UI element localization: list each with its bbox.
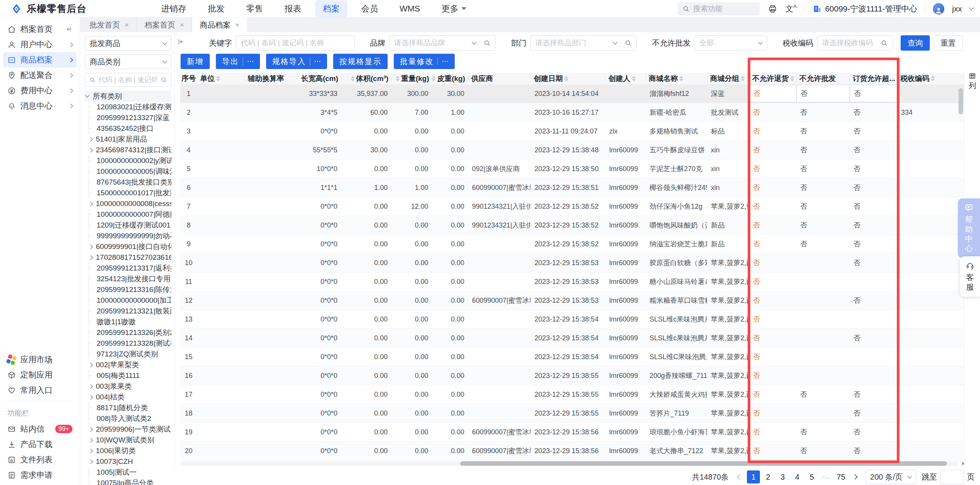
table-row-4[interactable]: 455*55*530.000.000.002023-12-29 15:38:48… <box>180 141 964 160</box>
column-header-体积(cm³)[interactable]: 体积(cm³) <box>341 73 391 84</box>
tree-item[interactable]: 1005|测试一 <box>89 467 171 478</box>
tree-item[interactable]: 10000000000002|y测试类... <box>89 155 171 166</box>
page-button-5[interactable]: 5 <box>805 470 818 483</box>
tree-item[interactable]: 4356352452|接口 <box>89 123 171 134</box>
sidebar-item-配送聚合[interactable]: 配送聚合 <box>3 68 77 83</box>
table-row-5[interactable]: 510*0*00.000.000.00092|滚单供应商2023-12-29 1… <box>180 160 964 178</box>
tree-item[interactable]: 003|浆果类 <box>89 381 171 392</box>
sidebar-item-应用市场[interactable]: 应用市场 <box>3 352 77 367</box>
table-row-3[interactable]: 30*0*00.000.000.002023-11-11 09:24:07zlx… <box>180 122 964 141</box>
search-icon[interactable] <box>880 39 888 47</box>
nav-item-更多[interactable]: 更多 <box>434 0 474 17</box>
sidebar-item-费用中心[interactable]: 费用中心 <box>3 83 77 98</box>
table-row-1[interactable]: 133*33*3335,937.00300.0030.002023-10-14 … <box>180 84 964 103</box>
table-row-6[interactable]: 61*1*11.001.000.00600990007|蜜雪冰城2023-12-… <box>180 178 964 197</box>
sort-icon[interactable] <box>351 76 355 81</box>
table-row-13[interactable]: 130*0*00.000.000.002023-12-29 15:38:54lm… <box>180 310 964 329</box>
customer-service-widget[interactable]: 客服 <box>960 256 980 297</box>
tree-item[interactable]: 120983021|迁移缓存测试 <box>89 102 171 112</box>
prev-page-icon[interactable] <box>737 474 742 480</box>
dept-select[interactable]: 请选择商品部门 <box>530 35 637 51</box>
nav-item-零售[interactable]: 零售 <box>238 0 271 17</box>
tree-item[interactable]: 6009999901|接口自动化分... <box>89 241 171 252</box>
tree-item[interactable]: 1209|迁移缓存测试001 <box>89 220 171 231</box>
sort-icon[interactable] <box>679 76 683 81</box>
sidebar-item-站内信[interactable]: 站内信99+ <box>3 421 77 437</box>
table-row-12[interactable]: 120*0*00.000.000.00600990007|蜜雪冰城2023-12… <box>180 291 964 310</box>
table-row-18[interactable]: 180*0*00.000.000.002023-12-29 15:38:55lm… <box>180 404 964 423</box>
tree-item[interactable]: 20959991213321|散装面包... <box>89 306 171 317</box>
tree-item[interactable]: 10000000000005|调味汁 <box>89 166 171 177</box>
more-icon[interactable]: ⋯ <box>314 57 321 66</box>
column-header-商城名称[interactable]: 商城名称 <box>646 73 707 84</box>
table-row-16[interactable]: 160*0*00.000.000.002023-12-29 15:38:55lm… <box>180 366 964 385</box>
toolbar-button-按规格显示[interactable]: 按规格显示 <box>333 54 388 69</box>
column-header-订货允许超...[interactable]: 订货允许超... <box>850 73 897 84</box>
page-button-75[interactable]: 75 <box>834 470 847 483</box>
more-icon[interactable]: ⋯ <box>442 57 449 66</box>
sort-icon[interactable] <box>396 76 400 81</box>
close-icon[interactable]: × <box>180 21 184 29</box>
tree-item[interactable]: 10075|lq商品分类 <box>89 478 171 485</box>
tree-item[interactable]: 004|桔类 <box>89 392 171 403</box>
table-row-14[interactable]: 140*0*00.000.000.002023-12-29 15:38:54lm… <box>180 329 964 348</box>
column-header-重量(kg)[interactable]: 重量(kg) <box>391 73 432 84</box>
sidebar-item-商品档案[interactable]: 商品档案 <box>3 52 77 68</box>
sidebar-item-文件列表[interactable]: 文件列表 <box>3 452 77 467</box>
category-mode-select[interactable]: 商品类别 <box>85 54 171 69</box>
tree-item[interactable]: 1006|果切类 <box>89 445 171 456</box>
sidebar-item-用户中心[interactable]: 用户中心 <box>3 37 77 52</box>
tree-item[interactable]: 87675643|批发接口类别 <box>89 177 171 188</box>
tab-批发首页[interactable]: 批发首页× <box>82 18 137 32</box>
tree-item[interactable]: 嗷嗷1|1嗷嗷 <box>89 317 171 327</box>
column-header-皮重(kg)[interactable]: 皮重(kg) <box>432 73 468 84</box>
column-header-创建日期[interactable]: 创建日期 <box>531 73 605 84</box>
close-icon[interactable]: × <box>235 21 239 29</box>
table-row-11[interactable]: 110*0*00.000.000.002023-12-29 15:38:53lm… <box>180 272 964 291</box>
tree-item[interactable]: 51401|家居用品 <box>89 134 171 145</box>
sidebar-item-常用入口[interactable]: 常用入口 <box>3 383 77 398</box>
column-header-不允许退货[interactable]: 不允许退货 <box>749 73 796 84</box>
tree-item[interactable]: 10000000000007|阿德撒... <box>89 209 171 220</box>
sort-icon[interactable] <box>564 76 568 81</box>
toolbar-button-导出[interactable]: 导出⋯ <box>216 54 260 69</box>
search-icon[interactable] <box>160 76 167 83</box>
tree-item[interactable]: 20959991213327|深蓝 <box>89 112 171 123</box>
column-header-辅助换算率[interactable]: 辅助换算率 <box>245 73 285 84</box>
table-row-10[interactable]: 100*0*00.000.000.002023-12-29 15:38:53lm… <box>180 254 964 272</box>
table-row-7[interactable]: 70*0*00.0012.000.009901234321|入驻供应商2023-… <box>180 197 964 216</box>
tree-item[interactable]: 99999999999999|勿动石家... <box>89 231 171 241</box>
chevron-down-icon[interactable] <box>969 5 974 10</box>
keyword-input[interactable]: 代码 | 条码 | 速记码 | 名称 <box>236 35 355 51</box>
tab-商品档案[interactable]: 商品档案× <box>192 18 247 32</box>
tree-item[interactable]: 20959991213328|测试补货 <box>89 338 171 349</box>
sort-icon[interactable] <box>632 76 636 81</box>
toolbar-button-规格导入[interactable]: 规格导入⋯ <box>266 54 327 69</box>
page-button-2[interactable]: 2 <box>761 470 774 483</box>
next-page-icon[interactable] <box>852 474 857 480</box>
sort-icon[interactable] <box>931 76 935 81</box>
nav-item-进销存[interactable]: 进销存 <box>153 0 194 17</box>
tree-item[interactable]: 002|苹果梨类 <box>89 360 171 370</box>
search-icon[interactable] <box>483 39 491 47</box>
page-button-1[interactable]: 1 <box>747 470 760 483</box>
sidebar-item-定制应用[interactable]: 定制应用 <box>3 367 77 383</box>
nav-item-批发[interactable]: 批发 <box>200 0 232 17</box>
tree-item[interactable]: 10073|CZH <box>89 456 171 467</box>
scroll-right-arrow-icon[interactable] <box>962 462 965 465</box>
horizontal-scrollbar[interactable] <box>180 461 959 466</box>
tree-item[interactable]: 97123|ZQ测试类别 <box>89 349 171 360</box>
tax-code-input[interactable]: 请选择税收编码 <box>817 35 893 51</box>
column-header-单位[interactable]: 单位 <box>197 73 245 84</box>
toolbar-button-新增[interactable]: 新增 <box>181 54 210 69</box>
tree-item[interactable]: 005|梅类1111 <box>89 370 171 381</box>
nav-item-会员[interactable]: 会员 <box>354 0 386 17</box>
jump-page-input[interactable] <box>940 470 964 484</box>
column-settings-button[interactable]: 列 <box>967 72 978 91</box>
printer-icon[interactable] <box>768 4 778 14</box>
nav-item-WMS[interactable]: WMS <box>392 1 428 16</box>
help-center-widget[interactable]: 帮助中心 <box>958 198 980 258</box>
hscroll-thumb[interactable] <box>460 461 947 466</box>
collapse-panel-icon[interactable] <box>177 38 185 46</box>
table-row-17[interactable]: 170*0*00.000.000.002023-12-29 15:38:55lm… <box>180 385 964 404</box>
